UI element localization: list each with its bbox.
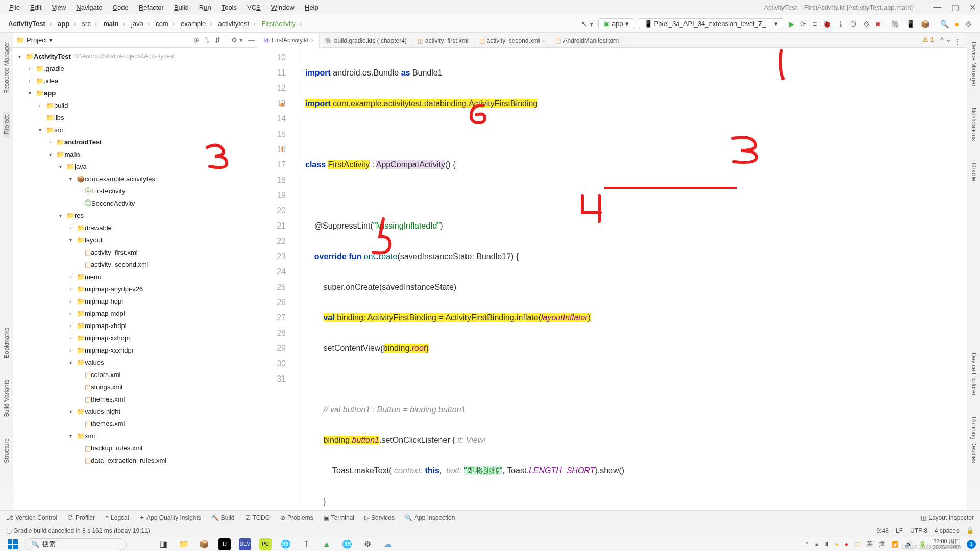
sdk-manager-icon[interactable]: 📦 xyxy=(918,18,933,30)
tray-wifi-icon[interactable]: 📶 xyxy=(891,541,899,548)
code-content[interactable]: import android.os.Bundle as Bundle1 impo… xyxy=(299,48,967,521)
sync-gradle-icon[interactable]: 🐘 xyxy=(888,18,903,30)
app-text[interactable]: T xyxy=(300,538,312,550)
problems-badge[interactable]: ⚠ 1 ^ ⌄ xyxy=(922,36,951,43)
crumb-8[interactable]: FirstActivity xyxy=(259,19,305,29)
run-config-dropdown[interactable]: ▣ app ▾ xyxy=(598,18,634,29)
app-devtools[interactable]: DEV xyxy=(239,538,251,550)
start-button[interactable] xyxy=(4,538,21,550)
tab-activity-first[interactable]: ◫activity_first.xml xyxy=(412,34,474,47)
device-dropdown[interactable]: 📱 Pixel_3a_API_34_extension_level_7_… ▾ xyxy=(639,18,783,29)
tray-app4-icon[interactable]: 🛡 xyxy=(854,541,861,548)
crumb-0[interactable]: ActivityTest xyxy=(5,19,55,29)
crumb-5[interactable]: com xyxy=(153,19,178,29)
menu-edit[interactable]: Edit xyxy=(25,2,46,13)
app-android-studio[interactable]: ▲ xyxy=(321,538,333,550)
tray-notifications-icon[interactable]: 1 xyxy=(967,540,976,549)
crumb-6[interactable]: example xyxy=(178,19,215,29)
menu-help[interactable]: Help xyxy=(300,2,324,13)
assistant-icon[interactable]: ● xyxy=(952,18,962,30)
tab-first-activity[interactable]: ktFirstActivity.kt× xyxy=(258,34,320,48)
status-caret-pos[interactable]: 9:48 xyxy=(877,527,889,534)
crumb-3[interactable]: main xyxy=(100,19,128,29)
menu-build[interactable]: Build xyxy=(169,2,194,13)
app-explorer[interactable]: 📁 xyxy=(178,538,190,550)
bottom-app-inspection[interactable]: 🔍 App Inspection xyxy=(405,514,455,521)
tool-bookmarks[interactable]: Bookmarks xyxy=(3,324,10,361)
restart-activity-icon[interactable]: ≡ xyxy=(810,18,820,30)
app-microsoft[interactable]: 📦 xyxy=(198,538,210,550)
menu-vcs[interactable]: VCS xyxy=(242,2,266,13)
crumb-7[interactable]: activitytest xyxy=(215,19,259,29)
status-indent[interactable]: 4 spaces xyxy=(935,527,959,534)
bottom-services[interactable]: ▷ Services xyxy=(364,514,395,521)
maximize-icon[interactable]: ▢ xyxy=(951,3,959,12)
stop-icon[interactable]: ■ xyxy=(873,18,883,30)
tool-notifications[interactable]: Notifications xyxy=(970,105,977,144)
tray-battery-icon[interactable]: ≡ xyxy=(815,541,818,548)
settings-gear-icon[interactable]: ⚙ ▾ xyxy=(231,36,243,44)
app-browser1[interactable]: 🌐 xyxy=(280,538,292,550)
tab-manifest[interactable]: ◫AndroidManifest.xml xyxy=(550,34,624,47)
hide-panel-icon[interactable]: — xyxy=(248,36,255,44)
tool-running-devices[interactable]: Running Devices xyxy=(970,414,977,466)
crumb-4[interactable]: java xyxy=(128,19,153,29)
tray-app2-icon[interactable]: ● xyxy=(835,541,838,548)
project-view-select[interactable]: 📁 Project ▾ xyxy=(16,36,53,44)
bottom-todo[interactable]: ☑ TODO xyxy=(245,514,270,521)
menu-window[interactable]: Window xyxy=(266,2,300,13)
status-encoding[interactable]: UTF-8 xyxy=(910,527,927,534)
code-editor[interactable]: 101112 13▣ 1415 16⬆ 17181920212223242526… xyxy=(258,48,967,521)
expand-all-icon[interactable]: ⇅ xyxy=(204,36,210,44)
menu-file[interactable]: FFileile xyxy=(4,2,25,13)
minimize-icon[interactable]: — xyxy=(933,3,941,12)
app-edge[interactable]: 🌐 xyxy=(341,538,353,550)
avd-manager-icon[interactable]: 📱 xyxy=(903,18,918,30)
app-taskview[interactable]: ◨ xyxy=(157,538,169,550)
bottom-app-quality[interactable]: ✦ App Quality Insights xyxy=(139,514,201,521)
bottom-layout-inspector[interactable]: ◫ Layout Inspector xyxy=(921,514,974,521)
settings-icon[interactable]: ⚙ xyxy=(962,18,975,30)
close-tab-icon[interactable]: × xyxy=(311,38,314,43)
collapse-all-icon[interactable]: ⇵ xyxy=(215,36,220,44)
menu-refactor[interactable]: Refactor xyxy=(134,2,169,13)
run-icon[interactable]: ▶ xyxy=(786,18,797,30)
tool-build-variants[interactable]: Build Variants xyxy=(3,377,10,420)
apply-changes-icon[interactable]: ⟳ xyxy=(797,18,810,30)
bottom-terminal[interactable]: ▣ Terminal xyxy=(324,514,354,521)
taskbar-search[interactable]: 🔍 搜索 xyxy=(24,538,127,550)
crumb-1[interactable]: app xyxy=(55,19,79,29)
tool-resource-manager[interactable]: Resource Manager xyxy=(3,39,10,97)
debug-icon[interactable]: 🐞 xyxy=(820,18,835,30)
status-readonly-icon[interactable]: 🔓 xyxy=(966,527,974,534)
attach-debugger-icon[interactable]: ⚙ xyxy=(860,18,873,30)
menu-code[interactable]: Code xyxy=(108,2,134,13)
tool-device-manager[interactable]: Device Manager xyxy=(970,39,977,89)
select-opened-file-icon[interactable]: ⊕ xyxy=(193,36,199,44)
tray-up-icon[interactable]: ^ xyxy=(806,541,809,548)
bottom-version-control[interactable]: ⎇ Version Control xyxy=(6,514,57,521)
tool-device-explorer[interactable]: Device Explorer xyxy=(970,349,977,399)
add-config-icon[interactable]: ↖ ▾ xyxy=(578,18,596,30)
tray-app3-icon[interactable]: ● xyxy=(845,541,848,548)
status-line-sep[interactable]: LF xyxy=(896,527,903,534)
menu-run[interactable]: Run xyxy=(194,2,216,13)
profile-icon[interactable]: ⏱ xyxy=(847,18,860,30)
search-everywhere-icon[interactable]: 🔍 xyxy=(937,18,952,30)
bottom-problems[interactable]: ⊘ Problems xyxy=(280,514,313,521)
tray-ime2[interactable]: 拼 xyxy=(879,540,885,548)
close-tab-icon[interactable]: × xyxy=(542,38,545,44)
tray-ime1[interactable]: 英 xyxy=(867,540,873,548)
menu-navigate[interactable]: Navigate xyxy=(71,2,107,13)
crumb-2[interactable]: src xyxy=(79,19,101,29)
app-pycharm[interactable]: PC xyxy=(259,538,272,550)
tool-gradle[interactable]: Gradle xyxy=(970,160,977,184)
coverage-icon[interactable]: ⤹ xyxy=(835,18,847,30)
close-icon[interactable]: ✕ xyxy=(969,3,976,12)
tab-activity-second[interactable]: ◫activity_second.xml× xyxy=(474,34,551,47)
bottom-profiler[interactable]: ⏱ Profiler xyxy=(67,514,95,521)
tab-build-gradle[interactable]: 🐘build.gradle.kts (:chapter4) xyxy=(320,34,412,47)
tool-project[interactable]: Project xyxy=(3,112,10,137)
project-tree[interactable]: ▾📁 ActivityTestD:\AndroidStudioProjects\… xyxy=(13,48,258,521)
tool-structure[interactable]: Structure xyxy=(3,435,10,466)
